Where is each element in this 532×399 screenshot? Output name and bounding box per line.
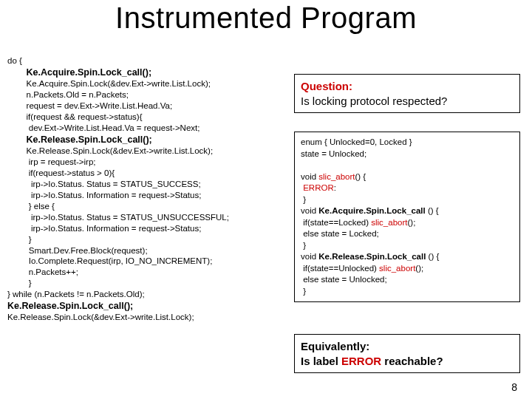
equiv-text: Is label ERROR reachable? xyxy=(301,354,514,369)
aux-line: } xyxy=(301,241,306,250)
aux-line: void xyxy=(301,206,318,215)
code-line-bold: Ke.Acquire.Spin.Lock_call(); xyxy=(27,67,151,78)
question-label: Question: xyxy=(301,79,514,94)
aux-line: void xyxy=(301,172,318,181)
aux-line: (); xyxy=(415,264,423,273)
code-line: } xyxy=(27,279,32,287)
equivalently-box: Equivalently: Is label ERROR reachable? xyxy=(294,334,520,373)
equiv-part: reachable? xyxy=(381,355,443,367)
question-box: Question: Is locking protocol respected? xyxy=(294,74,520,113)
code-line: n.Packets.Old = n.Packets; xyxy=(27,90,129,99)
code-line: do { xyxy=(7,56,22,65)
aux-line: } xyxy=(301,287,306,296)
code-line: Ke.Acquire.Spin.Lock(&dev.Ext->write.Lis… xyxy=(27,79,211,88)
equiv-label: Equivalently: xyxy=(301,339,514,354)
page-number: 8 xyxy=(511,381,517,393)
aux-line: } xyxy=(301,195,306,204)
aux-line: () { xyxy=(355,172,366,181)
aux-line: void xyxy=(301,252,318,261)
aux-red: slic_abort xyxy=(371,218,407,227)
code-line: n.Packets++; xyxy=(27,267,78,276)
code-line: irp->Io.Status. Information = request->S… xyxy=(27,191,202,200)
aux-line: enum { Unlocked=0, Locked } xyxy=(301,137,412,146)
aux-line: else state = Unlocked; xyxy=(301,275,387,284)
aux-line: : xyxy=(334,183,336,192)
code-line: Io.Complete.Request(irp, IO_NO_INCREMENT… xyxy=(27,256,213,265)
aux-line: () { xyxy=(426,206,439,215)
aux-red: slic_abort xyxy=(379,264,415,273)
code-line: } xyxy=(27,235,32,244)
aux-line: if(state==Locked) xyxy=(301,218,371,227)
code-line: Ke.Release.Spin.Lock(&dev.Ext->write.Lis… xyxy=(27,146,214,155)
slide-title: Instrumented Program xyxy=(0,0,532,35)
code-line: if(request->status > 0){ xyxy=(27,168,115,177)
code-line: dev.Ext->Write.List.Head.Va = request->N… xyxy=(27,123,200,132)
equiv-part: Is label xyxy=(301,355,341,367)
code-line: request = dev.Ext->Write.List.Head.Va; xyxy=(27,101,173,110)
aux-line: () { xyxy=(426,252,439,261)
aux-bold: Ke.Acquire.Spin.Lock_call xyxy=(318,206,425,215)
question-text: Is locking protocol respected? xyxy=(301,94,514,109)
code-line: Ke.Release.Spin.Lock(&dev.Ext->write.Lis… xyxy=(7,313,194,321)
code-line: } while (n.Packets != n.Packets.Old); xyxy=(7,290,145,299)
aux-line: state = Unlocked; xyxy=(301,149,366,158)
main-code-block: do { Ke.Acquire.Spin.Lock_call(); Ke.Acq… xyxy=(7,44,229,323)
aux-line: (); xyxy=(407,218,415,227)
equiv-red: ERROR xyxy=(341,355,381,367)
code-line: irp = request->irp; xyxy=(27,157,96,166)
code-line-bold: Ke.Release.Spin.Lock_call(); xyxy=(27,134,152,145)
code-line: irp->Io.Status. Status = STATUS_UNSUCCES… xyxy=(27,213,229,222)
aux-code-box: enum { Unlocked=0, Locked } state = Unlo… xyxy=(294,132,520,302)
code-line: irp->Io.Status. Information = request->S… xyxy=(27,224,202,233)
aux-bold: Ke.Release.Spin.Lock_call xyxy=(318,252,426,261)
aux-line: else state = Locked; xyxy=(301,229,379,238)
code-line: Smart.Dev.Free.Block(request); xyxy=(27,246,148,255)
code-line-bold: Ke.Release.Spin.Lock_call(); xyxy=(7,301,133,311)
aux-red: slic_abort xyxy=(318,172,355,181)
aux-line: if(state==Unlocked) xyxy=(301,264,379,273)
code-line: if(request && request->status){ xyxy=(27,112,143,121)
code-line: irp->Io.Status. Status = STATUS_SUCCESS; xyxy=(27,180,201,188)
aux-red: ERROR xyxy=(303,183,334,192)
code-line: } else { xyxy=(27,202,55,211)
